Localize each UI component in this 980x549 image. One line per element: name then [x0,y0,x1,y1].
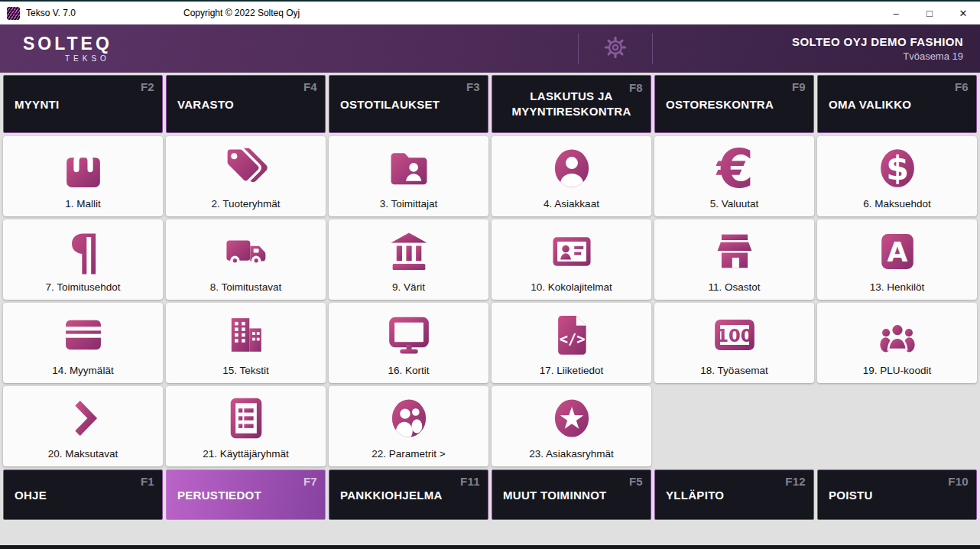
tile-valuutat[interactable]: €5. Valuutat [654,136,814,216]
folder-user-icon [329,136,488,198]
menu-label: VARASTO [177,98,234,111]
star-oval-icon [492,386,651,448]
copyright-text: Copyright © 2022 Solteq Oyj [183,2,300,24]
people-group-icon [817,303,977,365]
storefront-icon [654,219,814,281]
fkey-label: F8 [629,80,643,96]
fkey-label: F6 [955,80,969,93]
tile-label: 15. Tekstit [166,365,326,383]
tile-tuoteryhmat[interactable]: 2. Tuoteryhmät [166,136,326,216]
menu-ostoreskontra[interactable]: OSTORESKONTRAF9 [654,75,814,133]
tile-plu-koodit[interactable]: 19. PLU-koodit [817,303,977,383]
tile-label: 9. Värit [329,281,488,300]
tile-asiakasryhmat[interactable]: 23. Asiakasryhmät [492,386,651,466]
dollar-oval-icon: $ [817,136,977,198]
tile-label: 19. PLU-koodit [817,365,977,383]
tile-osastot[interactable]: 11. Osastot [654,219,814,300]
tile-label: 2. Tuoteryhmät [166,198,326,216]
tile-kokolajitelmat[interactable]: 10. Kokolajitelmat [492,219,651,300]
tile-label: 6. Maksuehdot [817,198,977,216]
tile-label: 4. Asiakkaat [492,198,651,216]
menu-ostotilaukset[interactable]: OSTOTILAUKSETF3 [329,75,488,133]
top-menu-row: MYYNTIF2VARASTOF4OSTOTILAUKSETF3LASKUTUS… [3,75,977,133]
tile-varit[interactable]: 9. Värit [329,219,488,300]
menu-label: LASKUTUS JA MYYNTIRESKONTRA [498,89,644,120]
card-stripes-icon [3,303,163,365]
tile-maksuehdot[interactable]: $6. Maksuehdot [817,136,977,216]
tile-label: 22. Parametrit > [329,448,488,466]
menu-pankkiohjelma[interactable]: PANKKIOHJELMAF11 [329,469,488,520]
menu-ohje[interactable]: OHJEF1 [3,469,163,520]
menu-label: PERUSTIEDOT [177,489,261,502]
app-header: SOLTEQ TEKSO SOLTEO OYJ DEMO FASHION [0,24,980,73]
tile-maksutavat[interactable]: 20. Maksutavat [3,386,163,466]
menu-label: PANKKIOHJELMA [340,489,443,502]
menu-muut-toiminnot[interactable]: MUUT TOIMINNOTF5 [492,469,651,520]
tile-toimittajat[interactable]: 3. Toimittajat [329,136,488,216]
tile-label: 17. Liiketiedot [492,365,651,383]
tile-tekstit[interactable]: 15. Tekstit [166,303,326,383]
tile-kayttajaryhmat[interactable]: 21. Käyttäjäryhmät [166,386,326,466]
workstation-label: Tvöasema 19 [792,50,963,63]
main-area: MYYNTIF2VARASTOF4OSTOTILAUKSETF3LASKUTUS… [0,73,980,523]
taskbar-edge [0,545,980,549]
menu-varasto[interactable]: VARASTOF4 [166,75,326,133]
svg-text:A: A [887,237,907,268]
tile-label: 16. Kortit [329,365,488,383]
euro-sign-icon: € [654,136,814,198]
menu-myynti[interactable]: MYYNTIF2 [3,75,163,133]
tile-label: 11. Osastot [654,281,814,300]
svg-text:100: 100 [716,326,752,346]
maximize-button[interactable]: □ [913,2,946,24]
logo-main-text: SOLTEQ [23,35,112,53]
fkey-label: F10 [948,475,969,488]
tile-label: 7. Toimitusehdot [3,281,163,300]
tile-toimitustavat[interactable]: 8. Toimitustavat [166,219,326,300]
tags-icon [166,136,326,198]
tile-label: 13. Henkilöt [817,281,977,300]
tile-tyoasemat[interactable]: 10018. Työasemat [654,303,814,383]
menu-oma-valikko[interactable]: OMA VALIKKOF6 [817,75,977,133]
window-title: Tekso V. 7.0 [26,8,76,18]
company-name: SOLTEO OYJ DEMO FASHION [792,34,963,50]
pilcrow-icon: ¶ [3,219,163,281]
menu-yllapito[interactable]: YLLÄPITOF12 [654,469,814,520]
menu-poistu[interactable]: POISTUF10 [817,469,977,520]
tile-kortit[interactable]: 16. Kortit [329,303,488,383]
minimize-button[interactable]: – [879,2,913,24]
fkey-label: F2 [141,80,154,93]
svg-text:¶: ¶ [68,227,99,276]
app-icon [7,7,20,20]
settings-button[interactable] [578,33,653,64]
menu-label: YLLÄPITO [666,489,724,502]
fkey-label: F9 [792,80,806,93]
svg-text:</>: </> [559,331,585,347]
tile-liiketiedot[interactable]: </>17. Liiketiedot [492,303,651,383]
bottom-strip [0,523,980,545]
tile-label: 8. Toimitustavat [166,281,326,300]
tile-henkilot[interactable]: A13. Henkilöt [817,219,977,300]
fkey-label: F11 [460,475,480,488]
tile-asiakkaat[interactable]: 4. Asiakkaat [492,136,651,216]
menu-label: OSTOTILAUKSET [340,98,440,111]
tile-parametrit[interactable]: 22. Parametrit > [329,386,488,466]
tile-label: 20. Maksutavat [3,448,163,466]
monitor-icon [329,303,488,365]
people-oval-icon [329,386,488,448]
tile-label: 14. Myymälät [3,365,163,383]
solteq-logo: SOLTEQ TEKSO [23,35,112,63]
fkey-label: F4 [303,80,317,93]
truck-icon [166,219,326,281]
menu-laskutus-ja-myyntireskontra[interactable]: LASKUTUS JA MYYNTIRESKONTRAF8 [492,75,651,133]
tile-toimitusehdot[interactable]: ¶7. Toimitusehdot [3,219,163,300]
fkey-label: F3 [466,80,480,93]
tile-myymalat[interactable]: 14. Myymälät [3,303,163,383]
tile-label: 3. Toimittajat [329,198,488,216]
tile-mallit[interactable]: 1. Mallit [3,136,163,216]
close-button[interactable]: ✕ [946,2,980,24]
menu-perustiedot[interactable]: PERUSTIEDOTF7 [166,469,326,520]
fkey-label: F5 [629,475,643,488]
display-100-icon: 100 [654,303,814,365]
list-box-icon [166,386,326,448]
tile-label: 23. Asiakasryhmät [492,448,651,466]
